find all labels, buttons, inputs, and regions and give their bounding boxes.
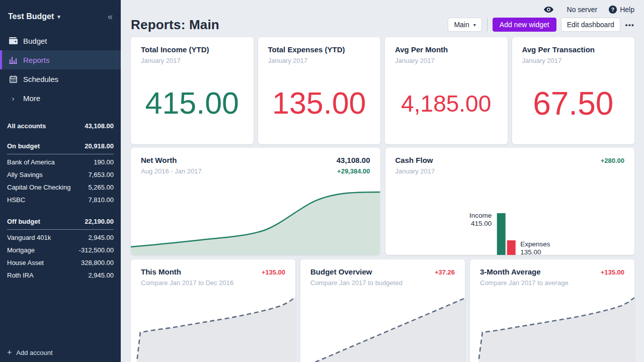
main-content: No server ? Help Reports: Main Main ▾ Ad… [121,0,644,362]
all-accounts-value: 43,108.00 [85,122,114,130]
sidebar-item-reports[interactable]: Reports [0,50,121,69]
add-account-button[interactable]: + Add account [7,348,53,357]
account-row-ally-savings[interactable]: Ally Savings 7,653.00 [7,168,114,181]
account-row-roth-ira[interactable]: Roth IRA 2,945.00 [7,269,114,282]
widget-subtitle: Compare Jan 2017 to Dec 2016 [141,279,233,287]
accounts-list: All accounts 43,108.00 On budget 20,918.… [0,120,121,291]
three-month-average-area-chart [470,294,634,362]
account-balance: 7,653.00 [88,171,114,178]
header-actions: Main ▾ Add new widget Edit dashboard ••• [448,18,634,32]
chevron-right-icon: › [9,94,18,103]
account-row-mortgage[interactable]: Mortgage -312,500.00 [7,244,114,256]
dashboard-selector-label: Main [454,21,469,29]
overflow-menu-icon[interactable]: ••• [625,21,634,29]
account-row-capital-one-checking[interactable]: Capital One Checking 5,265.00 [7,181,114,194]
sidebar-nav: Budget Reports Schedules › More [0,31,121,108]
sidebar-item-label: Schedules [23,75,58,83]
all-accounts-row[interactable]: All accounts 43,108.00 [7,120,114,132]
add-new-widget-button[interactable]: Add new widget [493,18,556,32]
account-name: Bank of America [7,158,55,166]
account-balance: 2,945.00 [88,272,114,279]
account-name: Capital One Checking [7,184,70,191]
widget-title: Budget Overview [310,267,372,276]
sidebar-item-more[interactable]: › More [0,88,121,108]
svg-text:?: ? [611,7,614,13]
income-bar [497,213,505,255]
widget-subtitle: January 2017 [522,57,625,64]
widget-total-expenses[interactable]: Total Expenses (YTD) January 2017 135.00 [258,37,381,144]
account-row-vanguard-401k[interactable]: Vanguard 401k 2,945.00 [7,231,114,244]
account-balance: 2,945.00 [88,234,114,241]
widget-avg-per-transaction[interactable]: Avg Per Transaction January 2017 67.50 [512,37,635,144]
sidebar-item-label: Budget [23,37,47,45]
account-name: Ally Savings [7,171,43,178]
account-name: Roth IRA [7,272,34,279]
cash-flow-change: +280.00 [601,157,624,164]
this-month-area-chart [131,294,295,362]
widget-budget-overview[interactable]: Budget Overview +37.26 Compare Jan 2017 … [300,259,465,362]
sidebar: Test Budget ▾ « Budget Reports Schedules… [0,0,121,362]
account-row-hsbc[interactable]: HSBC 7,810.00 [7,194,114,206]
widget-subtitle: Compare Jan 2017 to average [480,279,569,287]
group-value: 20,918.00 [85,142,114,150]
help-label: Help [620,6,634,14]
budget-overview-change: +37.26 [435,268,455,276]
account-row-bank-of-america[interactable]: Bank of America 190.00 [7,156,114,168]
expenses-bar [507,240,515,255]
question-circle-icon: ? [609,6,617,14]
group-label: Off budget [7,218,40,225]
sidebar-item-schedules[interactable]: Schedules [0,69,121,88]
edit-dashboard-button[interactable]: Edit dashboard [561,18,620,32]
budget-name: Test Budget [8,12,54,21]
budget-name-menu[interactable]: Test Budget ▾ [8,12,60,21]
server-status[interactable]: No server [567,6,598,14]
this-month-change: +135.00 [262,268,285,276]
widget-this-month[interactable]: This Month +135.00 Compare Jan 2017 to D… [131,259,295,362]
collapse-sidebar-icon[interactable]: « [108,12,113,21]
plus-icon: + [7,348,12,357]
widget-subtitle: January 2017 [141,57,244,64]
widget-subtitle: Aug 2016 - Jan 2017 [141,167,202,175]
group-label: On budget [7,142,40,150]
off-budget-group: Off budget 22,190.00 Vanguard 401k 2,945… [7,215,114,282]
help-button[interactable]: ? Help [609,6,634,14]
widget-value: 4,185.00 [395,64,498,136]
widget-subtitle: Compare Jan 2017 to budgeted [310,279,403,287]
widget-avg-per-month[interactable]: Avg Per Month January 2017 4,185.00 [385,37,508,144]
page-header: Reports: Main Main ▾ Add new widget Edit… [131,17,634,32]
sidebar-item-budget[interactable]: Budget [0,31,121,50]
account-row-house-asset[interactable]: House Asset 328,800.00 [7,256,114,269]
income-bar-label: Income 415.00 [469,212,492,228]
sidebar-header: Test Budget ▾ « [0,0,121,31]
topbar: No server ? Help [131,0,634,14]
summary-cards-row: Total Income (YTD) January 2017 415.00 T… [131,37,634,144]
on-budget-header[interactable]: On budget 20,918.00 [7,140,114,154]
group-value: 22,190.00 [85,218,114,225]
net-worth-area-chart [131,191,380,255]
widget-subtitle: January 2017 [268,57,371,64]
expenses-bar-label: Expenses 135.00 [520,240,550,255]
widget-title: Avg Per Month [395,45,498,54]
budget-overview-area-chart [300,294,465,362]
widget-three-month-average[interactable]: 3-Month Average +135.00 Compare Jan 2017… [470,259,634,362]
page-title: Reports: Main [131,17,219,33]
dashboard-selector-button[interactable]: Main ▾ [448,18,481,32]
privacy-eye-icon[interactable] [544,6,553,13]
comparison-cards-row: This Month +135.00 Compare Jan 2017 to D… [131,259,634,362]
wallet-icon [9,37,18,44]
widget-value: 135.00 [268,64,371,136]
net-worth-change: +29,384.00 [337,167,370,175]
widget-net-worth[interactable]: Net Worth 43,108.00 Aug 2016 - Jan 2017 … [131,148,380,255]
widget-total-income[interactable]: Total Income (YTD) January 2017 415.00 [131,37,254,144]
sidebar-item-label: More [23,94,40,103]
net-worth-value: 43,108.00 [337,156,370,164]
widget-title: Total Expenses (YTD) [268,45,371,54]
widget-title: 3-Month Average [480,267,541,276]
account-name: Vanguard 401k [7,234,51,241]
account-balance: 5,265.00 [88,184,114,191]
widget-cash-flow[interactable]: Cash Flow +280.00 January 2017 Income 41… [385,148,635,255]
account-name: Mortgage [7,246,35,254]
off-budget-header[interactable]: Off budget 22,190.00 [7,215,114,230]
widget-title: Cash Flow [395,156,433,164]
widget-title: This Month [141,267,181,276]
